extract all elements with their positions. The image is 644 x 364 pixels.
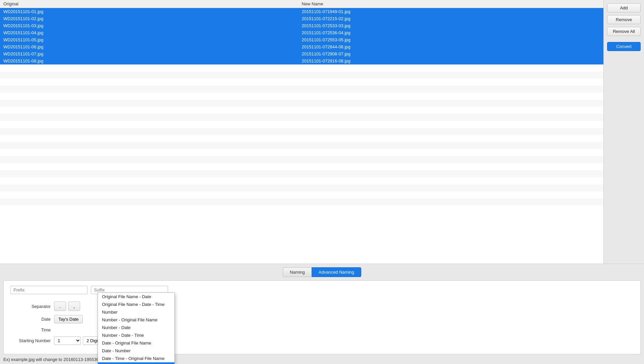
table-row-empty [0, 86, 603, 93]
dropdown-item[interactable]: Date - Number [98, 347, 174, 355]
file-original: WD20151101-06.jpg [3, 44, 302, 49]
file-newname: 20151101-072536-04.jpg [302, 30, 600, 35]
table-row-empty [0, 114, 603, 121]
tab-naming[interactable]: Naming [283, 267, 312, 277]
tab-bar: NamingAdvanced Naming [0, 267, 644, 277]
time-label: Time [10, 327, 51, 332]
file-list-area: Original New Name WD20151101-01.jpg 2015… [0, 0, 604, 264]
bottom-panel: NamingAdvanced Naming Original File Name… [0, 264, 644, 364]
table-row-empty [0, 184, 603, 191]
sidebar: Add Remove Remove All Convert [604, 0, 644, 264]
file-newname: 20151101-072916-08.jpg [302, 58, 600, 63]
separator-label: Separator [10, 304, 51, 309]
dropdown-item[interactable]: Date - Original File Name [98, 339, 174, 347]
tab-advanced-naming[interactable]: Advanced Naming [312, 267, 361, 277]
dot-separator-button[interactable]: . [54, 302, 66, 311]
file-newname: 20151101-072533-03.jpg [302, 23, 600, 28]
table-row-empty [0, 135, 603, 142]
table-row[interactable]: WD20151101-04.jpg 20151101-072536-04.jpg [0, 29, 603, 36]
naming-scheme-dropdown[interactable]: Original File Name - DateOriginal File N… [98, 292, 175, 364]
table-row[interactable]: WD20151101-01.jpg 20151101-071949-01.jpg [0, 8, 603, 15]
dropdown-item[interactable]: Number [98, 308, 174, 316]
table-row-empty [0, 107, 603, 114]
file-newname: 20151101-072908-07.jpg [302, 51, 600, 56]
date-label: Date [10, 317, 51, 322]
starting-number-select[interactable]: 1 2 3 [54, 336, 81, 345]
table-row[interactable]: WD20151101-06.jpg 20151101-072844-06.jpg [0, 43, 603, 50]
table-row[interactable]: WD20151101-02.jpg 20151101-072215-02.jpg [0, 15, 603, 22]
file-original: WD20151101-07.jpg [3, 51, 302, 56]
add-button[interactable]: Add [607, 3, 641, 12]
prefix-input[interactable] [10, 286, 88, 294]
file-list-body[interactable]: WD20151101-01.jpg 20151101-071949-01.jpg… [0, 8, 603, 264]
table-row-empty [0, 79, 603, 86]
file-list-header: Original New Name [0, 0, 603, 8]
table-row-empty [0, 100, 603, 107]
dropdown-item[interactable]: Number - Date - Time [98, 331, 174, 339]
main-container: Original New Name WD20151101-01.jpg 2015… [0, 0, 644, 264]
table-row-empty [0, 198, 603, 206]
separator-buttons: . , [54, 302, 80, 311]
form-area: Original File Name - DateOriginal File N… [3, 280, 641, 354]
remove-all-button[interactable]: Remove All [607, 27, 641, 36]
todays-date-label2: ay's Date [61, 317, 79, 322]
table-row-empty [0, 93, 603, 100]
table-row[interactable]: WD20151101-08.jpg 20151101-072916-08.jpg [0, 57, 603, 64]
table-row-empty [0, 72, 603, 79]
table-row-empty [0, 163, 603, 170]
table-row-empty [0, 156, 603, 163]
file-newname: 20151101-072215-02.jpg [302, 16, 600, 21]
table-row-empty [0, 149, 603, 156]
file-original: WD20151101-04.jpg [3, 30, 302, 35]
dropdown-item[interactable]: Date - Time - Number [98, 362, 174, 364]
table-row-empty [0, 64, 603, 72]
example-text: Ex) example.jpg will change to 20160113-… [0, 354, 644, 364]
table-row-empty [0, 170, 603, 177]
dropdown-item[interactable]: Date - Time - Original File Name [98, 355, 174, 362]
convert-button[interactable]: Convert [607, 42, 641, 51]
dropdown-item[interactable]: Original File Name - Date - Time [98, 301, 174, 308]
dropdown-item[interactable]: Number - Original File Name [98, 316, 174, 324]
file-original: WD20151101-05.jpg [3, 37, 302, 42]
prefix-suffix-row: Original File Name - DateOriginal File N… [10, 286, 634, 298]
file-original: WD20151101-03.jpg [3, 23, 302, 28]
starting-number-label: Starting Number [10, 338, 51, 343]
dropdown-item[interactable]: Original File Name - Date [98, 293, 174, 301]
table-row-empty [0, 142, 603, 149]
table-row[interactable]: WD20151101-03.jpg 20151101-072533-03.jpg [0, 22, 603, 29]
file-original: WD20151101-08.jpg [3, 58, 302, 63]
table-row[interactable]: WD20151101-05.jpg 20151101-072553-05.jpg [0, 36, 603, 43]
file-newname: 20151101-072553-05.jpg [302, 37, 600, 42]
table-row-empty [0, 177, 603, 184]
file-original: WD20151101-01.jpg [3, 9, 302, 14]
todays-date-button[interactable]: Tay's Date [54, 315, 83, 323]
col-newname-header: New Name [302, 1, 600, 6]
comma-separator-button[interactable]: , [68, 302, 80, 311]
table-row-empty [0, 191, 603, 198]
remove-button[interactable]: Remove [607, 15, 641, 24]
table-row-empty [0, 121, 603, 128]
table-row-empty [0, 128, 603, 135]
file-newname: 20151101-072844-06.jpg [302, 44, 600, 49]
file-original: WD20151101-02.jpg [3, 16, 302, 21]
table-row[interactable]: WD20151101-07.jpg 20151101-072908-07.jpg [0, 50, 603, 57]
dropdown-item[interactable]: Number - Date [98, 324, 174, 331]
file-newname: 20151101-071949-01.jpg [302, 9, 600, 14]
col-original-header: Original [3, 1, 302, 6]
